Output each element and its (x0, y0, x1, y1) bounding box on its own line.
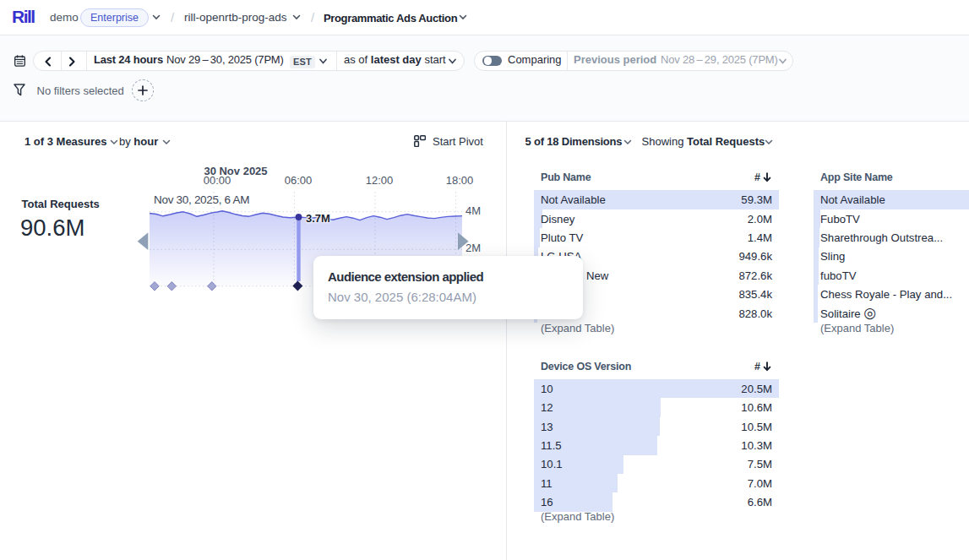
svg-text:Rill: Rill (13, 9, 35, 24)
